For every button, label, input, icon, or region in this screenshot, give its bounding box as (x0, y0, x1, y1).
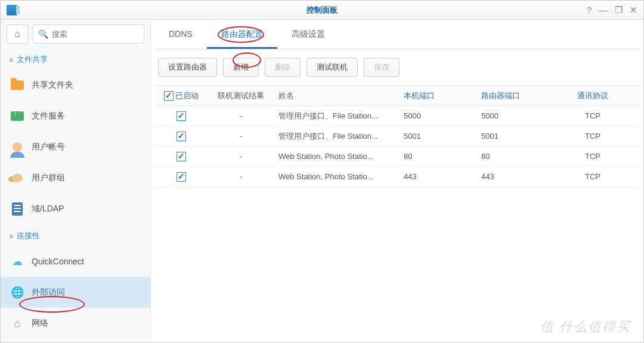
help-icon[interactable]: ? (587, 5, 592, 15)
table-row[interactable]: -管理用户接口、File Station...50015001TCP (154, 126, 640, 146)
table-header: 已启动 联机测试结果 姓名 本机端口 路由器端口 通讯协议 (154, 86, 640, 106)
tab-advanced[interactable]: 高级设置 (277, 22, 339, 49)
cell-local-port: 443 (399, 172, 476, 181)
close-icon[interactable]: ✕ (630, 5, 637, 15)
tab-ddns[interactable]: DDNS (154, 22, 207, 49)
cell-name: Web Station, Photo Statio... (274, 172, 399, 181)
save-button[interactable]: 保存 (364, 58, 400, 77)
cell-router-port: 443 (476, 172, 572, 181)
row-checkbox[interactable] (177, 172, 186, 182)
cell-name: 管理用户接口、File Station... (274, 131, 399, 142)
search-icon: 🔍 (38, 29, 48, 39)
globe-icon: 🌐 (10, 285, 24, 300)
row-checkbox[interactable] (177, 152, 186, 161)
col-protocol[interactable]: 通讯协议 (572, 91, 614, 101)
search-input[interactable] (52, 30, 139, 39)
sidebar-item-group[interactable]: 用户群组 (1, 163, 150, 194)
maximize-icon[interactable]: ❐ (615, 5, 623, 15)
cell-protocol: TCP (572, 111, 614, 120)
table-row[interactable]: -Web Station, Photo Statio...443443TCP (154, 167, 640, 187)
select-all-checkbox[interactable] (164, 91, 174, 101)
network-icon: ⌂ (10, 316, 24, 330)
control-panel-window: 控制面板 ? — ❐ ✕ ⌂ 🔍 ∧ 文件共享 共享文件夹 文件服务 用户帐号 (0, 0, 644, 343)
app-icon (7, 5, 17, 15)
minimize-icon[interactable]: — (599, 5, 608, 15)
cell-local-port: 5001 (399, 132, 476, 141)
port-table: 已启动 联机测试结果 姓名 本机端口 路由器端口 通讯协议 -管理用户接口、Fi… (154, 85, 640, 187)
cell-test: - (208, 152, 274, 161)
cell-local-port: 80 (399, 152, 476, 161)
col-test-result[interactable]: 联机测试结果 (208, 91, 274, 101)
section-connectivity[interactable]: ∧ 连接性 (1, 224, 150, 246)
folder-icon (11, 80, 24, 90)
user-icon (13, 142, 22, 152)
main-panel: DDNS 路由器配置 高级设置 设置路由器 新增 删除 测试联机 保存 已启动 … (151, 20, 643, 342)
chevron-up-icon: ∧ (9, 57, 13, 63)
cell-test: - (208, 132, 274, 141)
cell-test: - (208, 111, 274, 120)
cell-local-port: 5000 (399, 111, 476, 120)
sidebar-item-ldap[interactable]: 域/LDAP (1, 194, 150, 224)
table-row[interactable]: -Web Station, Photo Statio...8080TCP (154, 146, 640, 167)
add-button[interactable]: 新增 (223, 58, 259, 77)
sidebar-item-file-services[interactable]: 文件服务 (1, 101, 150, 132)
col-local-port[interactable]: 本机端口 (399, 91, 476, 101)
cell-test: - (208, 172, 274, 181)
titlebar: 控制面板 ? — ❐ ✕ (1, 1, 643, 20)
tabs: DDNS 路由器配置 高级设置 (154, 22, 640, 49)
sidebar-item-shared-folder[interactable]: 共享文件夹 (1, 70, 150, 101)
delete-button[interactable]: 删除 (265, 58, 301, 77)
sidebar-item-external-access[interactable]: 🌐外部访问 (1, 277, 150, 308)
table-row[interactable]: -管理用户接口、File Station...50005000TCP (154, 106, 640, 126)
toolbar: 设置路由器 新增 删除 测试联机 保存 (154, 49, 640, 85)
cell-name: Web Station, Photo Statio... (274, 152, 399, 161)
row-checkbox[interactable] (177, 132, 186, 141)
cloud-icon: ☁ (10, 254, 24, 269)
folder-sync-icon (11, 111, 24, 121)
col-router-port[interactable]: 路由器端口 (476, 91, 572, 101)
cell-router-port: 5001 (476, 132, 572, 141)
home-button[interactable]: ⌂ (7, 24, 28, 43)
sidebar: ⌂ 🔍 ∧ 文件共享 共享文件夹 文件服务 用户帐号 用户群组 域/LDAP ∧… (1, 20, 151, 342)
search-input-wrap[interactable]: 🔍 (33, 24, 144, 43)
cell-name: 管理用户接口、File Station... (274, 111, 399, 121)
sidebar-item-user[interactable]: 用户帐号 (1, 132, 150, 163)
ldap-icon (12, 202, 23, 216)
sidebar-item-network[interactable]: ⌂网络 (1, 308, 150, 339)
tab-router-config[interactable]: 路由器配置 (207, 22, 277, 49)
group-icon (12, 174, 23, 182)
cell-protocol: TCP (572, 172, 614, 181)
chevron-up-icon: ∧ (9, 233, 13, 239)
col-name[interactable]: 姓名 (274, 91, 399, 101)
test-connection-button[interactable]: 测试联机 (306, 58, 358, 77)
cell-router-port: 80 (476, 152, 572, 161)
setup-router-button[interactable]: 设置路由器 (158, 58, 217, 77)
sidebar-item-quickconnect[interactable]: ☁QuickConnect (1, 246, 150, 277)
section-file-sharing[interactable]: ∧ 文件共享 (1, 48, 150, 70)
window-title: 控制面板 (0, 5, 644, 15)
cell-protocol: TCP (572, 132, 614, 141)
cell-router-port: 5000 (476, 111, 572, 120)
cell-protocol: TCP (572, 152, 614, 161)
row-checkbox[interactable] (177, 111, 186, 121)
